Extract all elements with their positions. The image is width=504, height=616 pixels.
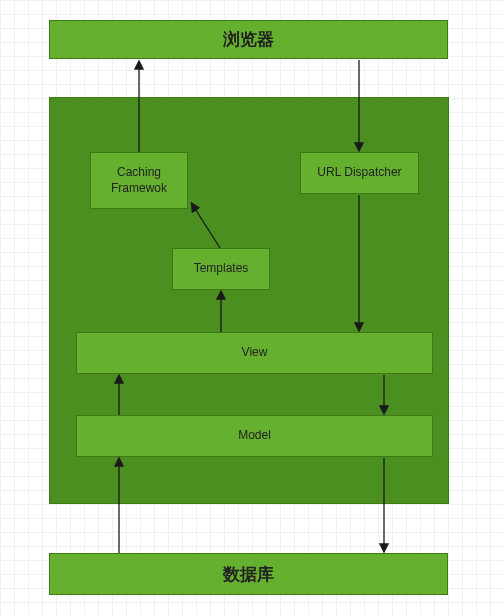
node-caching-label: Caching Framewok (111, 165, 167, 196)
node-url-dispatcher-label: URL Dispatcher (317, 165, 401, 181)
node-caching[interactable]: Caching Framewok (90, 152, 188, 209)
node-model[interactable]: Model (76, 415, 433, 457)
node-database[interactable]: 数据库 (49, 553, 448, 595)
node-browser-label: 浏览器 (223, 28, 274, 51)
node-database-label: 数据库 (223, 563, 274, 586)
node-templates[interactable]: Templates (172, 248, 270, 290)
node-view[interactable]: View (76, 332, 433, 374)
node-templates-label: Templates (194, 261, 249, 277)
node-url-dispatcher[interactable]: URL Dispatcher (300, 152, 419, 194)
node-view-label: View (242, 345, 268, 361)
node-model-label: Model (238, 428, 271, 444)
node-browser[interactable]: 浏览器 (49, 20, 448, 59)
